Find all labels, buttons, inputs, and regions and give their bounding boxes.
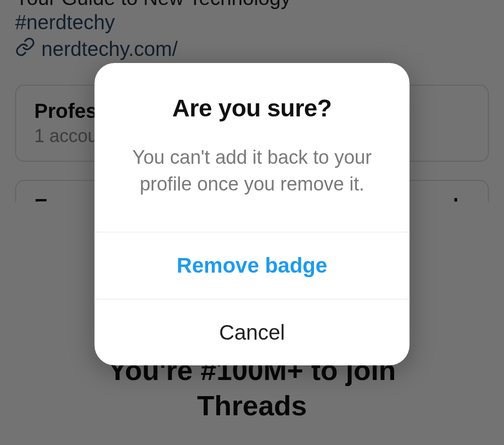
dialog-title: Are you sure? — [115, 94, 390, 122]
dialog-actions: Remove badge Cancel — [95, 232, 410, 365]
confirm-dialog: Are you sure? You can't add it back to y… — [95, 63, 410, 365]
dialog-body: Are you sure? You can't add it back to y… — [95, 63, 410, 232]
remove-badge-button[interactable]: Remove badge — [95, 232, 410, 299]
cancel-button[interactable]: Cancel — [95, 299, 410, 365]
dialog-message: You can't add it back to your profile on… — [115, 144, 390, 198]
